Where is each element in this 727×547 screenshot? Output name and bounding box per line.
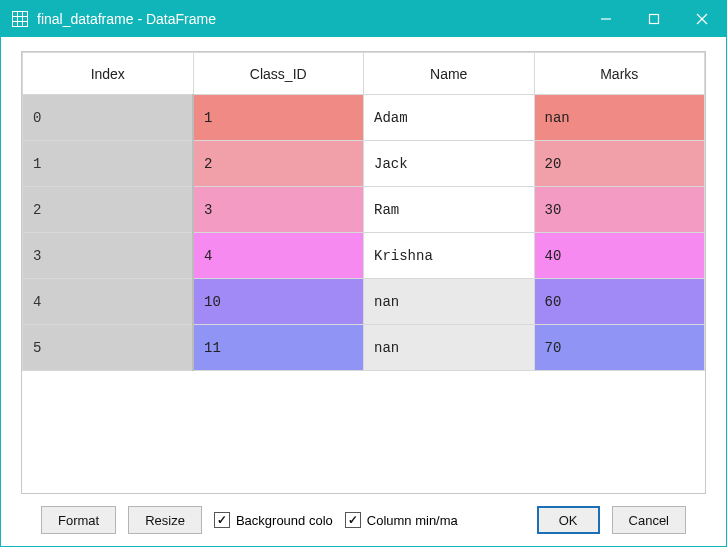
table-row: 4 10 nan 60 — [23, 279, 705, 325]
table-row: 1 2 Jack 20 — [23, 141, 705, 187]
cell-name[interactable]: nan — [364, 325, 535, 371]
cell-marks[interactable]: 60 — [534, 279, 705, 325]
cell-index[interactable]: 1 — [23, 141, 194, 187]
column-minmax-checkbox[interactable]: Column min/ma — [345, 512, 458, 528]
svg-rect-0 — [13, 12, 28, 27]
dataframe-table[interactable]: Index Class_ID Name Marks 0 1 Adam nan 1 — [21, 51, 706, 494]
cell-class-id[interactable]: 11 — [193, 325, 364, 371]
table-row: 3 4 Krishna 40 — [23, 233, 705, 279]
cell-class-id[interactable]: 3 — [193, 187, 364, 233]
checkbox-label: Background colo — [236, 513, 333, 528]
resize-button[interactable]: Resize — [128, 506, 202, 534]
maximize-button[interactable] — [630, 1, 678, 37]
cell-index[interactable]: 5 — [23, 325, 194, 371]
col-header-index[interactable]: Index — [23, 53, 194, 95]
titlebar[interactable]: final_dataframe - DataFrame — [1, 1, 726, 37]
check-icon — [214, 512, 230, 528]
cell-name[interactable]: Ram — [364, 187, 535, 233]
format-button[interactable]: Format — [41, 506, 116, 534]
header-row: Index Class_ID Name Marks — [23, 53, 705, 95]
col-header-marks[interactable]: Marks — [534, 53, 705, 95]
cell-class-id[interactable]: 2 — [193, 141, 364, 187]
cell-index[interactable]: 0 — [23, 95, 194, 141]
cell-marks[interactable]: 70 — [534, 325, 705, 371]
cell-name[interactable]: Jack — [364, 141, 535, 187]
col-header-class-id[interactable]: Class_ID — [193, 53, 364, 95]
cell-index[interactable]: 2 — [23, 187, 194, 233]
cell-marks[interactable]: 30 — [534, 187, 705, 233]
window-title: final_dataframe - DataFrame — [37, 11, 216, 27]
cell-class-id[interactable]: 10 — [193, 279, 364, 325]
dataframe-icon — [11, 10, 29, 28]
background-color-checkbox[interactable]: Background colo — [214, 512, 333, 528]
minimize-button[interactable] — [582, 1, 630, 37]
bottom-toolbar: Format Resize Background colo Column min… — [21, 494, 706, 546]
cancel-button[interactable]: Cancel — [612, 506, 686, 534]
check-icon — [345, 512, 361, 528]
content-area: Index Class_ID Name Marks 0 1 Adam nan 1 — [1, 37, 726, 546]
window: final_dataframe - DataFrame Index Class_… — [0, 0, 727, 547]
col-header-name[interactable]: Name — [364, 53, 535, 95]
ok-button[interactable]: OK — [537, 506, 600, 534]
cell-marks[interactable]: 20 — [534, 141, 705, 187]
close-button[interactable] — [678, 1, 726, 37]
cell-marks[interactable]: 40 — [534, 233, 705, 279]
cell-name[interactable]: Adam — [364, 95, 535, 141]
checkbox-label: Column min/ma — [367, 513, 458, 528]
cell-index[interactable]: 4 — [23, 279, 194, 325]
cell-class-id[interactable]: 1 — [193, 95, 364, 141]
cell-index[interactable]: 3 — [23, 233, 194, 279]
cell-name[interactable]: Krishna — [364, 233, 535, 279]
cell-name[interactable]: nan — [364, 279, 535, 325]
table-row: 5 11 nan 70 — [23, 325, 705, 371]
cell-marks[interactable]: nan — [534, 95, 705, 141]
svg-rect-6 — [650, 15, 659, 24]
table-row: 0 1 Adam nan — [23, 95, 705, 141]
table-row: 2 3 Ram 30 — [23, 187, 705, 233]
cell-class-id[interactable]: 4 — [193, 233, 364, 279]
